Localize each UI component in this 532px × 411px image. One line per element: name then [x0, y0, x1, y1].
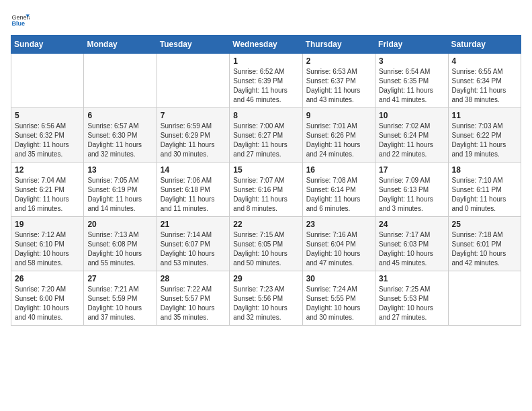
calendar-cell: 30Sunrise: 7:24 AM Sunset: 5:55 PM Dayli… — [302, 271, 375, 326]
day-info: Sunrise: 7:01 AM Sunset: 6:26 PM Dayligh… — [306, 122, 371, 159]
calendar-day-header: Saturday — [448, 36, 521, 54]
calendar-header-row: SundayMondayTuesdayWednesdayThursdayFrid… — [11, 36, 521, 54]
day-number: 3 — [379, 56, 444, 66]
calendar-day-header: Sunday — [11, 36, 84, 54]
day-info: Sunrise: 7:06 AM Sunset: 6:18 PM Dayligh… — [161, 176, 226, 214]
calendar-cell: 29Sunrise: 7:23 AM Sunset: 5:56 PM Dayli… — [230, 271, 302, 326]
day-info: Sunrise: 6:55 AM Sunset: 6:34 PM Dayligh… — [452, 67, 517, 105]
day-info: Sunrise: 7:13 AM Sunset: 6:08 PM Dayligh… — [87, 230, 152, 268]
day-info: Sunrise: 7:18 AM Sunset: 6:01 PM Dayligh… — [452, 230, 517, 268]
day-number: 9 — [306, 111, 371, 120]
day-number: 30 — [306, 274, 371, 283]
day-info: Sunrise: 7:25 AM Sunset: 5:53 PM Dayligh… — [379, 285, 444, 322]
day-number: 8 — [233, 111, 298, 120]
calendar-cell: 9Sunrise: 7:01 AM Sunset: 6:26 PM Daylig… — [302, 108, 375, 163]
day-info: Sunrise: 7:08 AM Sunset: 6:14 PM Dayligh… — [306, 176, 371, 214]
calendar-cell — [157, 54, 229, 108]
day-info: Sunrise: 6:59 AM Sunset: 6:29 PM Dayligh… — [161, 122, 226, 159]
calendar-week-row: 1Sunrise: 6:52 AM Sunset: 6:39 PM Daylig… — [11, 54, 521, 108]
day-number: 14 — [161, 165, 226, 175]
day-number: 24 — [379, 220, 444, 229]
calendar-cell — [11, 54, 84, 108]
calendar-cell: 21Sunrise: 7:14 AM Sunset: 6:07 PM Dayli… — [157, 217, 229, 271]
calendar-day-header: Tuesday — [157, 36, 229, 54]
calendar-week-row: 26Sunrise: 7:20 AM Sunset: 6:00 PM Dayli… — [11, 271, 521, 326]
day-info: Sunrise: 7:16 AM Sunset: 6:04 PM Dayligh… — [306, 230, 371, 268]
day-info: Sunrise: 7:04 AM Sunset: 6:21 PM Dayligh… — [15, 176, 80, 214]
day-info: Sunrise: 7:10 AM Sunset: 6:11 PM Dayligh… — [452, 176, 517, 214]
calendar-cell: 24Sunrise: 7:17 AM Sunset: 6:03 PM Dayli… — [375, 217, 448, 271]
day-number: 7 — [161, 111, 226, 120]
day-info: Sunrise: 7:12 AM Sunset: 6:10 PM Dayligh… — [15, 230, 80, 268]
calendar-table: SundayMondayTuesdayWednesdayThursdayFrid… — [11, 35, 521, 326]
day-info: Sunrise: 7:14 AM Sunset: 6:07 PM Dayligh… — [161, 230, 226, 268]
day-info: Sunrise: 6:54 AM Sunset: 6:35 PM Dayligh… — [379, 67, 444, 105]
calendar-cell — [84, 54, 157, 108]
day-info: Sunrise: 7:17 AM Sunset: 6:03 PM Dayligh… — [379, 230, 444, 268]
calendar-cell: 6Sunrise: 6:57 AM Sunset: 6:30 PM Daylig… — [84, 108, 157, 163]
day-number: 27 — [87, 274, 152, 283]
day-info: Sunrise: 7:07 AM Sunset: 6:16 PM Dayligh… — [233, 176, 298, 214]
day-number: 15 — [233, 165, 298, 175]
calendar-week-row: 5Sunrise: 6:56 AM Sunset: 6:32 PM Daylig… — [11, 108, 521, 163]
day-number: 18 — [452, 165, 517, 175]
day-info: Sunrise: 7:09 AM Sunset: 6:13 PM Dayligh… — [379, 176, 444, 214]
calendar-cell: 31Sunrise: 7:25 AM Sunset: 5:53 PM Dayli… — [375, 271, 448, 326]
calendar-cell: 4Sunrise: 6:55 AM Sunset: 6:34 PM Daylig… — [448, 54, 521, 108]
day-info: Sunrise: 7:21 AM Sunset: 5:59 PM Dayligh… — [87, 285, 152, 322]
day-number: 2 — [306, 56, 371, 66]
day-number: 19 — [15, 220, 80, 229]
day-number: 23 — [306, 220, 371, 229]
calendar-cell: 11Sunrise: 7:03 AM Sunset: 6:22 PM Dayli… — [448, 108, 521, 163]
day-info: Sunrise: 7:23 AM Sunset: 5:56 PM Dayligh… — [233, 285, 298, 322]
day-info: Sunrise: 7:00 AM Sunset: 6:27 PM Dayligh… — [233, 122, 298, 159]
day-number: 20 — [87, 220, 152, 229]
day-number: 10 — [379, 111, 444, 120]
calendar-cell: 13Sunrise: 7:05 AM Sunset: 6:19 PM Dayli… — [84, 163, 157, 217]
calendar-cell: 12Sunrise: 7:04 AM Sunset: 6:21 PM Dayli… — [11, 163, 84, 217]
calendar-cell: 17Sunrise: 7:09 AM Sunset: 6:13 PM Dayli… — [375, 163, 448, 217]
calendar-day-header: Monday — [84, 36, 157, 54]
day-info: Sunrise: 7:02 AM Sunset: 6:24 PM Dayligh… — [379, 122, 444, 159]
day-info: Sunrise: 6:53 AM Sunset: 6:37 PM Dayligh… — [306, 67, 371, 105]
day-number: 26 — [15, 274, 80, 283]
day-number: 31 — [379, 274, 444, 283]
calendar-cell: 1Sunrise: 6:52 AM Sunset: 6:39 PM Daylig… — [230, 54, 302, 108]
day-number: 11 — [452, 111, 517, 120]
calendar-week-row: 19Sunrise: 7:12 AM Sunset: 6:10 PM Dayli… — [11, 217, 521, 271]
day-number: 13 — [87, 165, 152, 175]
day-info: Sunrise: 7:24 AM Sunset: 5:55 PM Dayligh… — [306, 285, 371, 322]
day-info: Sunrise: 7:22 AM Sunset: 5:57 PM Dayligh… — [161, 285, 226, 322]
calendar-cell: 22Sunrise: 7:15 AM Sunset: 6:05 PM Dayli… — [230, 217, 302, 271]
calendar-cell: 28Sunrise: 7:22 AM Sunset: 5:57 PM Dayli… — [157, 271, 229, 326]
calendar-cell: 5Sunrise: 6:56 AM Sunset: 6:32 PM Daylig… — [11, 108, 84, 163]
calendar-cell: 14Sunrise: 7:06 AM Sunset: 6:18 PM Dayli… — [157, 163, 229, 217]
calendar-cell — [448, 271, 521, 326]
day-info: Sunrise: 6:57 AM Sunset: 6:30 PM Dayligh… — [87, 122, 152, 159]
calendar-cell: 26Sunrise: 7:20 AM Sunset: 6:00 PM Dayli… — [11, 271, 84, 326]
day-number: 12 — [15, 165, 80, 175]
calendar-cell: 25Sunrise: 7:18 AM Sunset: 6:01 PM Dayli… — [448, 217, 521, 271]
calendar-cell: 16Sunrise: 7:08 AM Sunset: 6:14 PM Dayli… — [302, 163, 375, 217]
day-number: 4 — [452, 56, 517, 66]
svg-text:Blue: Blue — [11, 20, 25, 27]
day-info: Sunrise: 7:05 AM Sunset: 6:19 PM Dayligh… — [87, 176, 152, 214]
calendar-day-header: Wednesday — [230, 36, 302, 54]
day-number: 29 — [233, 274, 298, 283]
calendar-cell: 23Sunrise: 7:16 AM Sunset: 6:04 PM Dayli… — [302, 217, 375, 271]
day-number: 22 — [233, 220, 298, 229]
day-number: 1 — [233, 56, 298, 66]
calendar-cell: 2Sunrise: 6:53 AM Sunset: 6:37 PM Daylig… — [302, 54, 375, 108]
calendar-cell: 3Sunrise: 6:54 AM Sunset: 6:35 PM Daylig… — [375, 54, 448, 108]
calendar-day-header: Friday — [375, 36, 448, 54]
calendar-cell: 20Sunrise: 7:13 AM Sunset: 6:08 PM Dayli… — [84, 217, 157, 271]
calendar-cell: 10Sunrise: 7:02 AM Sunset: 6:24 PM Dayli… — [375, 108, 448, 163]
calendar-cell: 15Sunrise: 7:07 AM Sunset: 6:16 PM Dayli… — [230, 163, 302, 217]
page-header: General Blue — [11, 11, 521, 30]
calendar-week-row: 12Sunrise: 7:04 AM Sunset: 6:21 PM Dayli… — [11, 163, 521, 217]
day-number: 5 — [15, 111, 80, 120]
day-number: 6 — [87, 111, 152, 120]
calendar-day-header: Thursday — [302, 36, 375, 54]
logo-icon: General Blue — [11, 11, 30, 30]
day-info: Sunrise: 6:56 AM Sunset: 6:32 PM Dayligh… — [15, 122, 80, 159]
